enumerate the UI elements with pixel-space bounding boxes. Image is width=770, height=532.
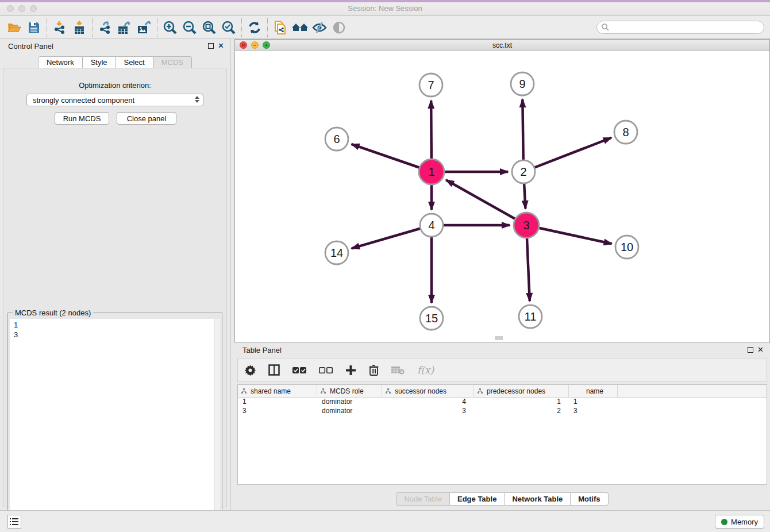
table-toolbar: f(x) [237, 358, 767, 382]
table-cell[interactable]: 3 [569, 407, 618, 416]
zoom-in-button[interactable] [160, 18, 180, 37]
run-mcds-button[interactable]: Run MCDS [55, 112, 109, 125]
table-cell[interactable]: 2 [474, 407, 569, 416]
optimization-criterion-select[interactable]: strongly connected component [26, 94, 203, 106]
apply-layout-button[interactable] [245, 18, 264, 37]
show-graphics-details-button[interactable] [329, 18, 349, 37]
node-label-14: 14 [330, 246, 343, 259]
eye-slash-icon [311, 21, 328, 34]
search-icon [601, 23, 610, 32]
checked-boxes-icon [292, 367, 306, 374]
mcds-result-title: MCDS result (2 nodes) [13, 309, 93, 317]
toggle-panel-columns-button[interactable] [268, 364, 280, 376]
memory-button[interactable]: Memory [715, 515, 764, 529]
result-scrollbar[interactable] [214, 319, 220, 526]
table-cell[interactable]: dominator [317, 398, 382, 407]
tree-icon [386, 388, 391, 394]
function-builder-button[interactable]: f(x) [417, 364, 434, 376]
title-bar-accent [0, 0, 770, 2]
tab-select[interactable]: Select [116, 56, 153, 68]
table-cell[interactable]: 4 [382, 398, 474, 407]
show-panels-button[interactable] [7, 515, 21, 529]
toolbar-separator [92, 18, 93, 37]
export-network-button[interactable] [95, 18, 115, 37]
column-header-successor-nodes[interactable]: successor nodes [382, 385, 474, 397]
table-cell[interactable]: 1 [238, 398, 317, 407]
node-label-9: 9 [519, 78, 525, 90]
close-panel-icon[interactable]: ✕ [218, 42, 224, 50]
tree-icon [241, 388, 247, 394]
import-network-icon [52, 20, 67, 35]
tab-mcds[interactable]: MCDS [153, 56, 192, 68]
edge-2-8[interactable] [523, 138, 611, 172]
table-cell[interactable]: 3 [382, 407, 474, 416]
table-cell[interactable]: 1 [569, 398, 618, 407]
column-label: successor nodes [395, 387, 446, 395]
create-column-button[interactable] [345, 365, 356, 376]
tree-icon [478, 388, 483, 394]
zoom-fit-button[interactable] [199, 18, 219, 37]
zoom-selected-icon [221, 20, 236, 35]
delete-table-button[interactable] [391, 366, 405, 375]
tab-network-table[interactable]: Network Table [505, 492, 571, 506]
import-table-button[interactable] [70, 18, 89, 37]
select-all-columns-button[interactable] [292, 367, 306, 374]
zoom-fit-icon [202, 20, 217, 35]
mcds-result-text[interactable]: 1 3 [10, 319, 220, 526]
toolbar-separator [267, 18, 268, 37]
close-panel-icon[interactable]: ✕ [757, 346, 764, 354]
unselect-all-columns-button[interactable] [319, 367, 333, 374]
table-row[interactable]: 1dominator411 [238, 398, 767, 407]
table-cell[interactable]: dominator [317, 407, 382, 416]
import-table-icon [72, 20, 87, 35]
export-table-button[interactable] [115, 18, 134, 37]
refresh-icon [248, 21, 261, 34]
import-network-button[interactable] [50, 18, 70, 37]
edge-3-1[interactable] [446, 180, 526, 225]
tab-motifs[interactable]: Motifs [571, 492, 608, 506]
table-panel-tabs: Node Table Edge Table Network Table Moti… [234, 492, 770, 506]
canvas-resize-grip[interactable] [495, 336, 503, 340]
save-session-button[interactable] [24, 18, 44, 37]
delete-table-icon [391, 366, 405, 375]
delete-column-button[interactable] [369, 364, 379, 376]
control-panel-tabs: Network Style Select MCDS [0, 56, 230, 68]
table-row[interactable]: 3dominator323 [238, 407, 767, 416]
table-cell[interactable]: 3 [238, 407, 317, 416]
float-panel-icon[interactable] [748, 347, 753, 353]
network-graph[interactable]: 7968124314101511 [235, 51, 769, 342]
column-header-predecessor-nodes[interactable]: predecessor nodes [474, 385, 569, 397]
export-table-icon [117, 20, 133, 35]
tab-edge-table[interactable]: Edge Table [450, 492, 505, 506]
main-toolbar [0, 16, 770, 39]
column-header-MCDS-role[interactable]: MCDS role [317, 385, 382, 397]
edge-4-14[interactable] [352, 225, 432, 248]
tab-node-table[interactable]: Node Table [396, 492, 450, 506]
export-image-button[interactable] [134, 18, 154, 37]
close-panel-button[interactable]: Close panel [117, 112, 176, 125]
column-header-shared-name[interactable]: shared name [238, 385, 317, 397]
network-canvas[interactable]: 7968124314101511 [235, 51, 769, 342]
search-box[interactable] [596, 21, 764, 34]
float-panel-icon[interactable] [208, 43, 214, 49]
zoom-out-button[interactable] [180, 18, 199, 37]
control-panel-header: Control Panel ✕ [0, 39, 230, 53]
node-label-8: 8 [622, 126, 629, 138]
zoom-out-icon [182, 20, 197, 35]
tab-network[interactable]: Network [38, 56, 83, 68]
column-header-name[interactable]: name [569, 385, 618, 397]
table-settings-button[interactable] [245, 365, 256, 376]
network-window-titlebar[interactable]: ✕ − + scc.txt [235, 40, 769, 51]
column-label: MCDS role [330, 387, 364, 395]
node-label-3: 3 [523, 219, 529, 232]
node-label-4: 4 [428, 219, 434, 232]
tab-style[interactable]: Style [83, 56, 116, 68]
table-panel: Table Panel ✕ [234, 342, 770, 509]
hide-graphics-details-button[interactable] [310, 18, 329, 37]
table-cell[interactable]: 1 [474, 398, 569, 407]
home-button[interactable] [290, 18, 310, 37]
zoom-selected-button[interactable] [219, 18, 238, 37]
clone-network-button[interactable] [271, 18, 290, 37]
open-session-button[interactable] [5, 18, 24, 37]
search-input[interactable] [610, 22, 764, 33]
